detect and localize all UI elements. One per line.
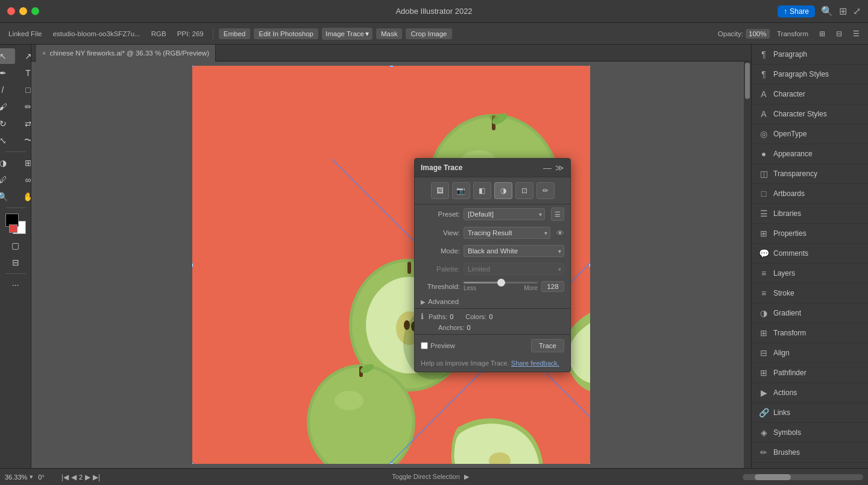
panel-collapse-icon[interactable]: — <box>543 163 552 173</box>
draw-inside-button[interactable]: ⊟ <box>4 255 28 270</box>
panel-item-brushes[interactable]: ✏ Brushes <box>752 443 868 463</box>
preset-photo-button[interactable]: 📷 <box>452 182 470 199</box>
vertical-scrollbar[interactable] <box>744 62 751 468</box>
panel-label-actions: Actions <box>773 388 797 397</box>
zoom-tool-button[interactable]: 🔍 <box>0 189 15 204</box>
reflect-tool-button[interactable]: ⇄ <box>16 116 32 132</box>
tool-separator-1 <box>5 151 26 152</box>
nav-expand-icon[interactable]: ▶ <box>464 473 469 480</box>
panel-item-align[interactable]: ⊟ Align <box>752 343 868 363</box>
preset-greyscale-button[interactable]: ◑ <box>494 182 512 199</box>
image-trace-dropdown[interactable]: Image Trace ▾ <box>322 28 373 40</box>
more-tools-button[interactable]: ··· <box>4 277 28 293</box>
normal-mode-button[interactable]: □ <box>0 255 2 270</box>
mesh-tool-button[interactable]: ⊞ <box>16 155 32 171</box>
mask-button[interactable]: Mask <box>376 28 402 39</box>
preset-color-button[interactable]: ⊡ <box>515 182 533 199</box>
share-feedback-link[interactable]: Share feedback. <box>511 360 559 367</box>
type-tool-button[interactable]: T <box>16 65 32 81</box>
panel-item-transparency[interactable]: ◫ Transparency <box>752 164 868 184</box>
threshold-max-label: More <box>524 285 538 291</box>
panel-item-appearance[interactable]: ● Appearance <box>752 144 868 164</box>
selection-tool-button[interactable]: ↖ <box>0 48 15 64</box>
rotate-tool-button[interactable]: ↻ <box>0 116 15 132</box>
panel-expand-icon[interactable]: ≫ <box>555 163 564 173</box>
crop-image-button[interactable]: Crop Image <box>406 28 451 39</box>
tab-close-icon[interactable]: × <box>42 49 46 57</box>
horizontal-scrollbar-thumb[interactable] <box>755 474 791 480</box>
svg-rect-14 <box>407 262 411 274</box>
nav-next-button[interactable]: ▶ <box>85 473 90 481</box>
distribute-icon[interactable]: ⊟ <box>832 28 846 39</box>
view-select[interactable]: Tracing Result <box>464 227 550 239</box>
preset-bw-button[interactable]: ◧ <box>473 182 491 199</box>
preset-options-button[interactable]: ☰ <box>551 208 564 221</box>
panel-item-artboards[interactable]: □ Artboards <box>752 184 868 204</box>
panel-item-comments[interactable]: 💬 Comments <box>752 244 868 264</box>
preview-checkbox[interactable] <box>421 342 428 349</box>
trace-button[interactable]: Trace <box>531 339 564 352</box>
none-color[interactable] <box>9 224 17 233</box>
search-icon[interactable]: 🔍 <box>821 5 833 17</box>
panel-item-gradient[interactable]: ◑ Gradient <box>752 303 868 323</box>
scale-tool-button[interactable]: ⤡ <box>0 133 15 148</box>
panel-item-opentype[interactable]: ◎ OpenType <box>752 124 868 144</box>
panel-item-properties[interactable]: ⊞ Properties <box>752 224 868 244</box>
horizontal-scrollbar[interactable] <box>743 474 863 480</box>
view-row: View: Tracing Result ▾ 👁 <box>415 224 570 242</box>
canvas-scroll[interactable]: Image Trace — ≫ 🖼 📷 ◧ ◑ ⊡ ✏ <box>31 62 751 468</box>
fullscreen-icon[interactable]: ⤢ <box>853 5 861 17</box>
advanced-row[interactable]: ▶ Advanced <box>415 295 570 308</box>
gradient-tool-button[interactable]: ◑ <box>0 155 15 171</box>
align-icon[interactable]: ⊞ <box>816 28 829 39</box>
preset-outline-button[interactable]: ✏ <box>536 182 555 199</box>
share-button[interactable]: ↑ Share <box>778 5 815 17</box>
direct-selection-tool-button[interactable]: ↗ <box>16 48 32 64</box>
panel-item-layers[interactable]: ≡ Layers <box>752 264 868 284</box>
panel-item-stroke[interactable]: ≡ Stroke <box>752 284 868 303</box>
warp-tool-button[interactable]: 〜 <box>16 133 32 148</box>
threshold-slider-track[interactable] <box>464 282 538 284</box>
maximize-window-button[interactable] <box>31 7 39 15</box>
panel-item-pathfinder[interactable]: ⊞ Pathfinder <box>752 363 868 383</box>
nav-first-button[interactable]: |◀ <box>61 473 69 481</box>
opacity-input[interactable] <box>746 29 770 39</box>
view-eye-icon[interactable]: 👁 <box>556 229 564 238</box>
pen-tool-button[interactable]: ✒ <box>0 65 15 81</box>
mode-select[interactable]: Black and White <box>464 245 564 257</box>
panels-icon[interactable]: ⊞ <box>839 5 847 17</box>
panel-item-libraries[interactable]: ☰ Libraries <box>752 204 868 224</box>
threshold-slider-thumb[interactable] <box>497 279 505 287</box>
paths-value: 0 <box>450 313 453 320</box>
zoom-dropdown-icon[interactable]: ▾ <box>30 473 33 481</box>
minimize-window-button[interactable] <box>19 7 27 15</box>
document-tab[interactable]: × chinese NY fireworks.ai* @ 36.33 % (RG… <box>36 45 216 62</box>
pencil-tool-button[interactable]: ✏ <box>16 99 32 115</box>
more-options-icon[interactable]: ☰ <box>849 28 863 39</box>
preset-auto-button[interactable]: 🖼 <box>431 182 449 199</box>
nav-last-button[interactable]: ▶| <box>93 473 100 481</box>
shape-tool-button[interactable]: □ <box>16 82 32 98</box>
eyedropper-tool-button[interactable]: 🖊 <box>0 172 15 188</box>
edit-in-photoshop-button[interactable]: Edit In Photoshop <box>254 28 318 39</box>
panel-item-links[interactable]: 🔗 Links <box>752 403 868 423</box>
panel-item-paragraph[interactable]: ¶ Paragraph <box>752 45 868 65</box>
panel-item-paragraph-styles[interactable]: ¶ Paragraph Styles <box>752 65 868 84</box>
panel-item-actions[interactable]: ▶ Actions <box>752 383 868 403</box>
embed-button[interactable]: Embed <box>219 28 250 39</box>
panel-item-transform[interactable]: ⊞ Transform <box>752 323 868 343</box>
stroke-button[interactable]: ▢ <box>4 238 28 253</box>
panel-item-character-styles[interactable]: A Character Styles <box>752 104 868 124</box>
close-window-button[interactable] <box>7 7 15 15</box>
nav-prev-button[interactable]: ◀ <box>71 473 77 481</box>
paintbrush-tool-button[interactable]: 🖌 <box>0 99 15 115</box>
blend-tool-button[interactable]: ∞ <box>16 172 32 188</box>
fill-button[interactable]: ▣ <box>0 238 2 253</box>
line-tool-button[interactable]: / <box>0 82 15 98</box>
panel-item-symbols[interactable]: ◈ Symbols <box>752 423 868 443</box>
hand-tool-button[interactable]: ✋ <box>16 189 32 204</box>
preset-select[interactable]: [Default] <box>464 208 545 220</box>
threshold-value-input[interactable] <box>541 281 564 292</box>
panel-item-character[interactable]: A Character <box>752 84 868 104</box>
vertical-scrollbar-thumb[interactable] <box>745 63 750 99</box>
